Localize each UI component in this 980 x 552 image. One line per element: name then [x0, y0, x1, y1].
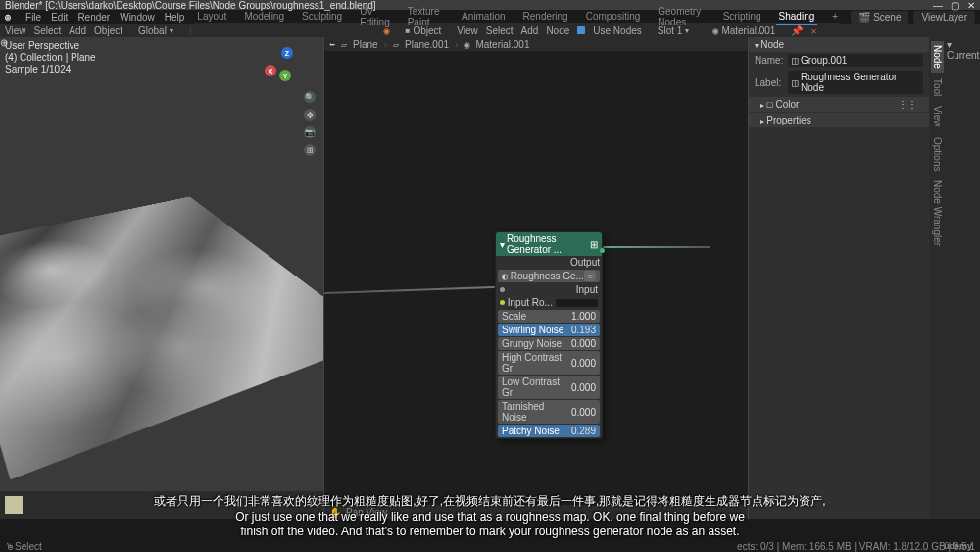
vtab-tool[interactable]: Tool	[931, 75, 944, 100]
vtab-options[interactable]: Options	[931, 133, 944, 175]
ne-add[interactable]: Add	[521, 25, 539, 36]
node-title[interactable]: ▾Roughness Generator ...⊞	[496, 232, 602, 256]
use-nodes-check[interactable]	[577, 26, 585, 34]
tab-animation[interactable]: Animation	[459, 9, 508, 24]
scene-icon: 🎬	[858, 12, 870, 23]
orientation-label: Global	[138, 25, 167, 36]
minimize-icon[interactable]: —	[933, 0, 943, 11]
node-wire-input	[324, 286, 501, 294]
x-icon[interactable]: ✕	[810, 25, 816, 36]
nodegroup-icon2: ◫	[792, 77, 798, 88]
ts-select[interactable]: Select	[34, 25, 62, 36]
properties-section[interactable]: ▸ Properties	[749, 113, 929, 127]
sphere-icon: ◐	[502, 271, 508, 281]
slot-selector[interactable]: Slot 1 ▾	[650, 25, 698, 37]
status-select: Select	[15, 541, 42, 552]
material-selector[interactable]: ◉ Material.001	[705, 25, 783, 37]
node-title-text: Roughness Generator ...	[507, 233, 590, 255]
editor-type-icon[interactable]: ◉	[384, 25, 390, 36]
grid-icon[interactable]: ⊞	[304, 144, 316, 156]
scene-selector[interactable]: 🎬Scene	[851, 11, 908, 24]
viewlayer-selector[interactable]: ViewLayer	[913, 11, 975, 24]
maximize-icon[interactable]: ▢	[951, 0, 959, 11]
vp-collection: (4) Collection | Plane	[5, 52, 96, 64]
label-value: Roughness Generator Node	[801, 72, 919, 93]
vtab-node[interactable]: Node	[931, 41, 944, 73]
subtitle-en2: finish off the video. And that's to reme…	[0, 525, 980, 538]
tab-modeling[interactable]: Modeling	[241, 9, 287, 24]
move-icon[interactable]: ✥	[304, 109, 316, 121]
tab-layout[interactable]: Layout	[194, 9, 229, 24]
ne-object-mode[interactable]: ■ Object	[398, 25, 450, 37]
ne-view[interactable]: View	[457, 25, 478, 36]
roughness-generator-node[interactable]: ▾Roughness Generator ...⊞ Output ◐ Rough…	[495, 231, 603, 439]
vp-perspective: User Perspective	[5, 40, 96, 52]
node-param-high-contrast-gr[interactable]: High Contrast Gr0.000	[498, 351, 600, 375]
crumb-plane001[interactable]: Plane.001	[405, 39, 449, 50]
udemy-watermark: ûdemy	[944, 541, 972, 551]
node-param-tarnished-noise[interactable]: Tarnished Noise0.000	[498, 400, 600, 424]
node-param-grungy-noise[interactable]: Grungy Noise0.000	[498, 337, 600, 350]
pin-icon[interactable]: 📌	[791, 25, 803, 36]
subtitle-cn: 或者只用一个我们非常喜欢的纹理作为粗糙度贴图,好了,在视频结束前还有最后一件事,…	[0, 493, 980, 510]
input-label: Input	[496, 283, 602, 296]
ts-object[interactable]: Object	[94, 25, 122, 36]
ne-node[interactable]: Node	[546, 25, 569, 36]
menu-render[interactable]: Render	[77, 12, 110, 23]
menu-file[interactable]: File	[25, 12, 41, 23]
name-value: Group.001	[801, 55, 847, 66]
menu-window[interactable]: Window	[120, 12, 155, 23]
node-param-scale[interactable]: Scale1.000	[498, 310, 600, 323]
viewport-plane[interactable]	[0, 196, 323, 479]
mouse-icon: 🖱	[5, 541, 15, 552]
use-nodes-label: Use Nodes	[593, 25, 641, 36]
menu-edit[interactable]: Edit	[51, 12, 68, 23]
axis-y[interactable]: Y	[279, 70, 291, 81]
node-editor[interactable]: ⬅ ▱ Plane › ▱ Plane.001 › ◉ Material.001…	[323, 37, 749, 519]
output-socket[interactable]	[600, 248, 605, 253]
outliner-current[interactable]: ▾ Current	[947, 39, 979, 61]
crumb-plane[interactable]: Plane	[353, 39, 378, 50]
viewlayer-name: ViewLayer	[921, 12, 967, 23]
blender-logo-icon: ⊚	[5, 12, 11, 23]
node-param-low-contrast-gr[interactable]: Low Contrast Gr0.000	[498, 376, 600, 399]
zoom-icon[interactable]: 🔍	[304, 91, 316, 103]
label-input[interactable]: ◫Roughness Generator Node	[788, 71, 923, 94]
vtab-view[interactable]: View	[931, 102, 944, 131]
close-icon[interactable]: ✕	[967, 0, 975, 11]
ne-select[interactable]: Select	[486, 25, 514, 36]
tab-add[interactable]: +	[829, 9, 841, 24]
vtab-nodewrangler[interactable]: Node Wrangler	[931, 176, 944, 250]
tab-compositing[interactable]: Compositing	[583, 9, 644, 24]
scene-name: Scene	[873, 12, 901, 23]
tab-sculpting[interactable]: Sculpting	[299, 9, 345, 24]
ts-add1[interactable]: Add	[69, 25, 86, 36]
tab-rendering[interactable]: Rendering	[520, 9, 571, 24]
crumb-sep2: ›	[455, 39, 458, 50]
input-ro-field[interactable]: Input Ro...	[496, 296, 602, 309]
node-panel-header[interactable]: ▾ Node	[749, 37, 929, 52]
axis-x[interactable]: X	[265, 65, 276, 76]
tab-shading[interactable]: Shading	[776, 9, 818, 25]
nav-gizmo[interactable]: Z X Y	[270, 55, 299, 84]
material-crumb-icon: ◉	[464, 39, 469, 50]
crumb-material[interactable]: Material.001	[475, 39, 529, 50]
color-section[interactable]: ▸ ☐ Color⋮⋮	[749, 97, 929, 112]
vp-sample: Sample 1/1024	[5, 64, 96, 75]
material-name: Material.001	[721, 25, 775, 36]
node-param-swirling-noise[interactable]: Swirling Noise0.193	[498, 324, 600, 336]
plane-icon: ▱	[341, 39, 347, 50]
name-input[interactable]: ◫Group.001	[788, 54, 923, 67]
tab-scripting[interactable]: Scripting	[720, 9, 764, 24]
separator: |	[189, 25, 192, 36]
crumb-sep: ›	[384, 39, 387, 50]
node-param-patchy-noise[interactable]: Patchy Noise0.289	[498, 425, 600, 437]
camera-icon[interactable]: 📷	[304, 126, 316, 138]
ne-object-mode-label: Object	[413, 25, 441, 36]
menu-help[interactable]: Help	[165, 12, 185, 23]
nav-back-icon[interactable]: ⬅	[329, 39, 335, 50]
axis-z[interactable]: Z	[281, 47, 293, 59]
preview-dropdown[interactable]: ◐ Roughness Ge...○	[498, 270, 600, 282]
orientation-selector[interactable]: Global ▾	[130, 25, 181, 37]
ts-view[interactable]: View	[5, 25, 26, 36]
